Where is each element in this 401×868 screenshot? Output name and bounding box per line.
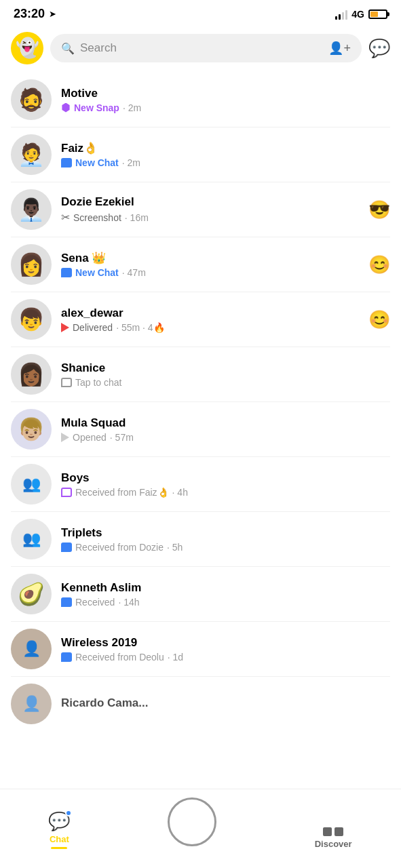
avatar-motive: 🧔 [11, 79, 52, 120]
delivered-icon-alex [61, 323, 69, 332]
chat-status-shanice: Tap to chat [61, 377, 390, 388]
discover-square-1 [323, 827, 332, 836]
chat-status-boys: Received from Faiz👌 · 4h [61, 487, 390, 498]
time-boys: · 4h [172, 487, 188, 498]
chat-status-motive: New Snap · 2m [61, 102, 390, 113]
chat-name-motive: Motive [61, 87, 390, 100]
opened-icon-mula [61, 433, 69, 442]
avatar-boys: 👥 [11, 464, 52, 505]
new-snap-icon [61, 103, 71, 113]
add-friend-icon[interactable]: 👤+ [328, 41, 351, 56]
status-text-faiz: New Chat [75, 157, 119, 168]
chat-item-boys[interactable]: 👥 Boys Received from Faiz👌 · 4h [0, 457, 401, 511]
status-icons: 4G [335, 9, 387, 20]
search-bar[interactable]: 🔍 Search 👤+ [50, 34, 362, 62]
chat-status-wireless: Received from Deolu · 1d [61, 652, 390, 663]
chat-item-kenneth[interactable]: 🥑 Kenneth Aslim Received · 14h [0, 567, 401, 621]
emoji-dozie: 😎 [368, 199, 390, 220]
nav-item-camera[interactable] [157, 795, 227, 852]
chat-name-alex: alex_dewar [61, 307, 363, 320]
chat-name-sena: Sena 👑 [61, 251, 363, 265]
new-chat-icon-faiz [61, 158, 72, 167]
chat-info-faiz: Faiz👌 New Chat · 2m [61, 141, 390, 168]
chat-name-dozie: Dozie Ezekiel [61, 195, 363, 209]
status-text-sena: New Chat [75, 267, 119, 278]
status-text-motive: New Snap [74, 102, 119, 113]
avatar-dozie: 👨🏿‍💼 [11, 189, 52, 230]
status-text-kenneth: Received [75, 597, 115, 608]
chat-status-kenneth: Received · 14h [61, 597, 390, 608]
screenshot-icon: ✂︎ [61, 211, 70, 224]
chat-info-triplets: Triplets Received from Dozie · 5h [61, 526, 390, 553]
chat-item-wireless[interactable]: 👤 Wireless 2019 Received from Deolu · 1d [0, 622, 401, 676]
status-text-alex: Delivered [73, 322, 113, 333]
location-arrow-icon: ➤ [49, 9, 56, 19]
avatar-faiz: 🧑‍💼 [11, 134, 52, 175]
chat-nav-label: Chat [50, 834, 69, 844]
user-avatar[interactable]: 👻 [11, 32, 43, 64]
chat-info-ricardo: Ricardo Cama... [61, 696, 390, 712]
received-icon-wireless [61, 652, 72, 662]
status-text-wireless: Received from Deolu [75, 652, 164, 663]
chat-name-boys: Boys [61, 471, 390, 485]
time-motive: · 2m [123, 102, 141, 113]
chat-name-mula: Mula Squad [61, 416, 390, 430]
search-icon: 🔍 [61, 42, 75, 55]
status-time: 23:20 [14, 7, 45, 21]
avatar-shanice: 👩🏾 [11, 354, 52, 395]
avatar-alex: 👦 [11, 299, 52, 340]
nav-item-chat[interactable]: 💬 Chat [38, 808, 80, 852]
chat-info-sena: Sena 👑 New Chat · 47m [61, 251, 363, 278]
avatar-ricardo: 👤 [11, 684, 52, 724]
time-kenneth: · 14h [118, 597, 139, 608]
chat-item-motive[interactable]: 🧔 Motive New Snap · 2m [0, 73, 401, 127]
chat-status-dozie: ✂︎ Screenshot · 16m [61, 211, 363, 224]
tap-to-chat-icon [61, 378, 72, 387]
battery-icon [368, 9, 387, 19]
chat-item-mula[interactable]: 👦🏼 Mula Squad Opened · 57m [0, 402, 401, 456]
chat-name-faiz: Faiz👌 [61, 141, 390, 155]
chat-item-sena[interactable]: 👩 Sena 👑 New Chat · 47m 😊 [0, 237, 401, 292]
signal-bars [335, 9, 347, 20]
time-sena: · 47m [122, 267, 146, 278]
status-bar: 23:20 ➤ 4G [0, 0, 401, 26]
time-mula: · 57m [110, 432, 134, 443]
chat-info-alex: alex_dewar Delivered · 55m · 4🔥 [61, 307, 363, 333]
chat-name-kenneth: Kenneth Aslim [61, 581, 390, 595]
chat-list: 🧔 Motive New Snap · 2m 🧑‍💼 Faiz👌 New Cha… [0, 73, 401, 731]
new-chat-icon-sena [61, 268, 72, 277]
chat-item-triplets[interactable]: 👥 Triplets Received from Dozie · 5h [0, 512, 401, 566]
chat-notification-dot [65, 810, 72, 816]
chat-item-dozie[interactable]: 👨🏿‍💼 Dozie Ezekiel ✂︎ Screenshot · 16m 😎 [0, 182, 401, 237]
chat-nav-underline [51, 847, 67, 849]
chat-name-shanice: Shanice [61, 361, 390, 375]
chat-name-ricardo: Ricardo Cama... [61, 696, 390, 710]
chat-info-wireless: Wireless 2019 Received from Deolu · 1d [61, 636, 390, 663]
received-icon-triplets [61, 542, 72, 552]
discover-nav-icon [323, 827, 343, 836]
search-placeholder: Search [80, 41, 323, 55]
chat-item-shanice[interactable]: 👩🏾 Shanice Tap to chat [0, 347, 401, 401]
received-icon-kenneth [61, 597, 72, 607]
status-text-mula: Opened [73, 432, 107, 443]
bottom-nav: 💬 Chat Discover [0, 789, 401, 868]
chat-item-faiz[interactable]: 🧑‍💼 Faiz👌 New Chat · 2m [0, 127, 401, 182]
chat-info-shanice: Shanice Tap to chat [61, 361, 390, 388]
chat-icon-button[interactable]: 💬 [368, 38, 390, 59]
chat-name-wireless: Wireless 2019 [61, 636, 390, 650]
chat-info-motive: Motive New Snap · 2m [61, 87, 390, 113]
chat-item-alex[interactable]: 👦 alex_dewar Delivered · 55m · 4🔥 😊 [0, 292, 401, 347]
header: 👻 🔍 Search 👤+ 💬 [0, 26, 401, 73]
avatar-mula: 👦🏼 [11, 409, 52, 450]
camera-button[interactable] [168, 797, 216, 846]
chat-info-kenneth: Kenneth Aslim Received · 14h [61, 581, 390, 608]
chat-item-ricardo[interactable]: 👤 Ricardo Cama... [0, 677, 401, 731]
time-triplets: · 5h [167, 542, 183, 553]
network-label: 4G [351, 9, 364, 20]
header-right-icons: 💬 [368, 38, 390, 59]
chat-name-triplets: Triplets [61, 526, 390, 540]
time-alex: · 55m · 4🔥 [116, 322, 164, 333]
nav-item-discover[interactable]: Discover [304, 825, 363, 852]
chat-status-sena: New Chat · 47m [61, 267, 363, 278]
avatar-triplets: 👥 [11, 519, 52, 559]
